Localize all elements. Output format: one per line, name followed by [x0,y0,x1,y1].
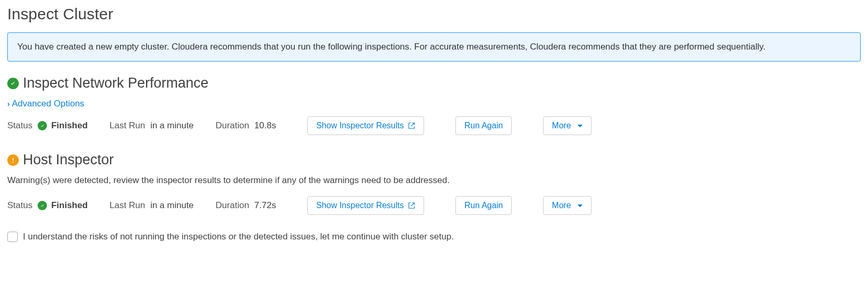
external-link-icon [408,202,415,209]
status-label: Status [7,120,32,131]
page-title: Inspect Cluster [7,5,861,23]
more-label: More [552,201,571,210]
check-circle-icon [38,121,47,130]
advanced-options-label: Advanced Options [12,99,85,109]
acknowledge-row: I understand the risks of not running th… [7,232,861,242]
info-banner: You have created a new empty cluster. Cl… [7,32,861,62]
network-status-value: Finished [51,120,88,131]
network-last-run-value: in a minute [150,120,194,131]
host-status-row: Status Finished Last Run in a minute Dur… [7,196,861,215]
acknowledge-checkbox[interactable] [7,232,18,242]
host-section-header: Host Inspector [7,152,861,168]
status-label: Status [7,200,32,211]
duration-label: Duration [215,200,249,211]
show-results-label: Show Inspector Results [316,121,404,130]
acknowledge-label: I understand the risks of not running th… [23,232,454,242]
advanced-options-link[interactable]: › Advanced Options [7,99,85,109]
host-status-value: Finished [51,200,88,211]
check-circle-icon [38,201,47,210]
svg-rect-0 [13,158,14,161]
chevron-right-icon: › [7,100,10,108]
duration-label: Duration [215,120,249,131]
host-duration-value: 7.72s [255,200,276,211]
show-results-label: Show Inspector Results [316,201,404,210]
more-label: More [552,121,571,130]
external-link-icon [408,122,415,129]
show-inspector-results-button[interactable]: Show Inspector Results [307,116,424,135]
more-button[interactable]: More [543,116,591,135]
run-again-label: Run Again [464,121,503,130]
last-run-label: Last Run [110,200,145,211]
show-inspector-results-button[interactable]: Show Inspector Results [307,196,424,215]
more-button[interactable]: More [543,196,591,215]
network-section: Inspect Network Performance › Advanced O… [7,75,861,135]
network-status-row: Status Finished Last Run in a minute Dur… [7,116,861,135]
caret-down-icon [577,204,583,207]
host-section-description: Warning(s) were detected, review the ins… [7,175,861,186]
run-again-button[interactable]: Run Again [455,196,512,215]
last-run-label: Last Run [110,120,145,131]
network-section-header: Inspect Network Performance [7,75,861,91]
run-again-label: Run Again [464,201,503,210]
host-section-title: Host Inspector [23,152,114,168]
host-last-run-value: in a minute [150,200,194,211]
svg-point-1 [13,161,14,162]
network-duration-value: 10.8s [255,120,276,131]
network-section-title: Inspect Network Performance [23,75,209,91]
host-section: Host Inspector Warning(s) were detected,… [7,152,861,215]
exclamation-circle-icon [7,154,19,166]
check-circle-icon [7,78,19,89]
run-again-button[interactable]: Run Again [455,116,512,135]
caret-down-icon [577,125,583,127]
